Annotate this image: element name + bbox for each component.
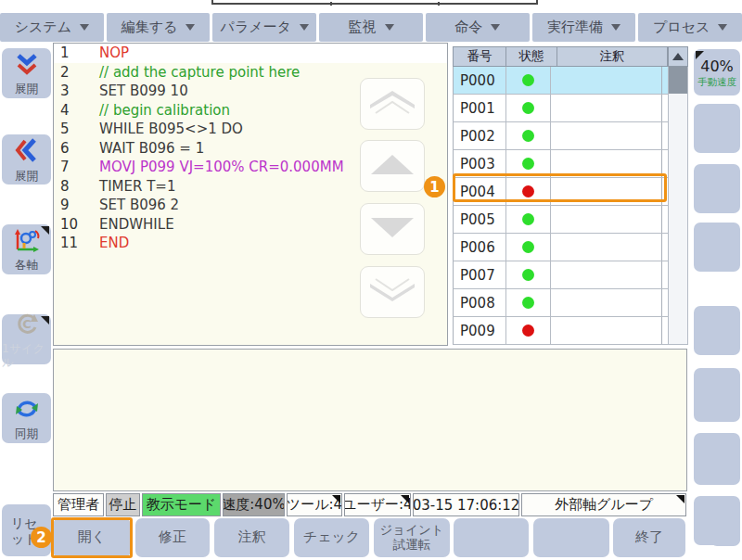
menu-item-label: 命令 bbox=[454, 19, 482, 36]
code-line-text: NOP bbox=[84, 45, 129, 61]
menu-item-parameter[interactable]: パラメータ bbox=[212, 13, 316, 42]
sidebar-button-expand-left[interactable]: 展開 bbox=[2, 134, 51, 185]
point-note-cell bbox=[551, 261, 662, 288]
code-line-number: 2 bbox=[54, 64, 84, 81]
point-status-cell bbox=[506, 95, 551, 121]
code-line-text: MOVJ P099 VJ=100% CR=0.000MM bbox=[84, 159, 344, 175]
exit-button[interactable]: 終了 bbox=[613, 518, 685, 557]
check-button[interactable]: チェック bbox=[294, 518, 369, 557]
code-line-text: // add the capture point here bbox=[84, 64, 300, 81]
code-line-number: 11 bbox=[54, 235, 84, 251]
code-line-text: ENDWHILE bbox=[84, 216, 174, 233]
code-line-number: 1 bbox=[54, 45, 84, 61]
window-edge-tick bbox=[330, 2, 332, 6]
point-note-cell bbox=[551, 122, 662, 149]
code-line-number: 6 bbox=[54, 140, 84, 157]
table-row[interactable]: P009 bbox=[453, 317, 668, 345]
menu-item-label: プロセス bbox=[653, 19, 710, 36]
table-row[interactable]: P001 bbox=[453, 95, 668, 122]
sidebar-button-label: 1サイクル bbox=[2, 341, 51, 369]
code-line-text: WHILE B095<>1 DO bbox=[84, 121, 243, 137]
menu-item-monitor[interactable]: 監視 bbox=[319, 13, 423, 42]
modify-button[interactable]: 修正 bbox=[135, 518, 210, 557]
lower-empty-panel bbox=[53, 349, 687, 491]
line-down-button[interactable] bbox=[360, 203, 425, 255]
blank-button-3[interactable] bbox=[710, 518, 740, 546]
chevron-down-icon bbox=[385, 24, 394, 31]
table-row[interactable]: P008 bbox=[453, 289, 668, 317]
code-line-text: SET B099 10 bbox=[84, 83, 188, 99]
sidebar-button-one-cycle[interactable]: C1サイクル bbox=[2, 314, 51, 364]
point-status-cell bbox=[506, 317, 551, 344]
chevron-down-icon bbox=[300, 24, 309, 31]
page-down-button[interactable] bbox=[360, 266, 425, 318]
right-sidebar-button-1[interactable] bbox=[694, 104, 740, 153]
header-status: 状態 bbox=[506, 47, 557, 66]
status-user-level: 管理者 bbox=[53, 493, 104, 516]
table-scrollbar[interactable] bbox=[668, 46, 688, 345]
sidebar-button-label: 展開 bbox=[15, 82, 38, 95]
table-row[interactable]: P000 bbox=[453, 67, 668, 95]
teach-pendant-screen: システム編集するパラメータ監視命令実行準備プロセス 展開展開各軸C1サイクル同期… bbox=[0, 0, 742, 560]
overflow-marker-icon bbox=[676, 495, 684, 503]
code-line-number: 3 bbox=[54, 83, 84, 99]
point-number-cell: P008 bbox=[454, 289, 506, 316]
status-datetime: 03-15 17:06:12 bbox=[413, 493, 519, 516]
menu-item-command[interactable]: 命令 bbox=[426, 13, 530, 42]
right-sidebar-button-6[interactable] bbox=[694, 433, 740, 485]
triangle-down-icon bbox=[365, 211, 419, 247]
point-status-cell bbox=[506, 67, 551, 94]
status-text: 停止 bbox=[109, 496, 137, 514]
point-status-cell bbox=[506, 206, 551, 233]
corner-marker-icon bbox=[41, 226, 49, 235]
table-row[interactable]: P002 bbox=[453, 122, 668, 150]
right-sidebar-button-5[interactable] bbox=[694, 368, 740, 422]
status-mode: 教示モード bbox=[142, 493, 221, 516]
table-row[interactable]: P005 bbox=[453, 206, 668, 234]
annotation-rect-open bbox=[51, 517, 133, 558]
scrollbar-track[interactable] bbox=[668, 67, 688, 345]
table-row[interactable]: P006 bbox=[453, 234, 668, 261]
status-dot-green bbox=[522, 158, 534, 170]
menu-item-run-prep[interactable]: 実行準備 bbox=[532, 13, 636, 42]
blank-button-1[interactable] bbox=[454, 518, 529, 557]
chevron-down-icon bbox=[718, 24, 727, 31]
comment-button[interactable]: 注釈 bbox=[214, 518, 289, 557]
scrollbar-up-button[interactable] bbox=[668, 46, 688, 67]
code-line[interactable]: 1NOP bbox=[54, 44, 447, 63]
point-status-cell bbox=[506, 234, 551, 261]
menu-item-edit[interactable]: 編集する bbox=[107, 13, 211, 42]
code-line-text: SET B096 2 bbox=[84, 197, 179, 213]
bottom-button-label: チェック bbox=[303, 529, 360, 545]
status-text: 外部軸グループ bbox=[555, 496, 653, 514]
annotation-badge-1: 1 bbox=[424, 176, 445, 197]
triangle-up-icon bbox=[365, 148, 419, 184]
point-note-cell bbox=[551, 95, 662, 121]
chevrons-left-icon bbox=[14, 136, 39, 167]
sidebar-button-each-axis[interactable]: 各軸 bbox=[2, 224, 51, 274]
table-row[interactable]: P007 bbox=[453, 261, 668, 289]
right-sidebar-button-4[interactable] bbox=[694, 306, 740, 355]
page-up-button[interactable] bbox=[360, 78, 425, 130]
sidebar-button-sync[interactable]: 同期 bbox=[2, 393, 51, 443]
robot-axes-icon bbox=[13, 227, 41, 256]
joint-test-run-button[interactable]: ジョイント試運転 bbox=[374, 518, 450, 557]
right-sidebar-button-3[interactable] bbox=[694, 223, 740, 272]
sidebar-button-expand-down[interactable]: 展開 bbox=[2, 48, 51, 98]
status-text: 教示モード bbox=[147, 496, 217, 514]
bottom-button-label: 終了 bbox=[635, 529, 663, 545]
status-dot-green bbox=[522, 241, 534, 253]
double-chevron-up-icon bbox=[365, 86, 419, 121]
menu-item-process[interactable]: プロセス bbox=[638, 13, 742, 42]
blank-button-2[interactable] bbox=[533, 518, 609, 557]
point-number-cell: P001 bbox=[454, 95, 506, 121]
scrollbar-thumb[interactable] bbox=[669, 67, 687, 94]
manual-speed-button[interactable]: 40% 手動速度 bbox=[694, 49, 740, 95]
right-sidebar-button-2[interactable] bbox=[694, 164, 740, 213]
points-table-body: P000P001P002P003P004P005P006P007P008P009 bbox=[453, 67, 688, 345]
line-up-button[interactable] bbox=[360, 140, 425, 192]
menu-item-system[interactable]: システム bbox=[0, 13, 104, 42]
point-number-cell: P007 bbox=[454, 261, 506, 288]
menu-item-label: パラメータ bbox=[221, 19, 291, 36]
point-status-cell bbox=[506, 289, 551, 316]
